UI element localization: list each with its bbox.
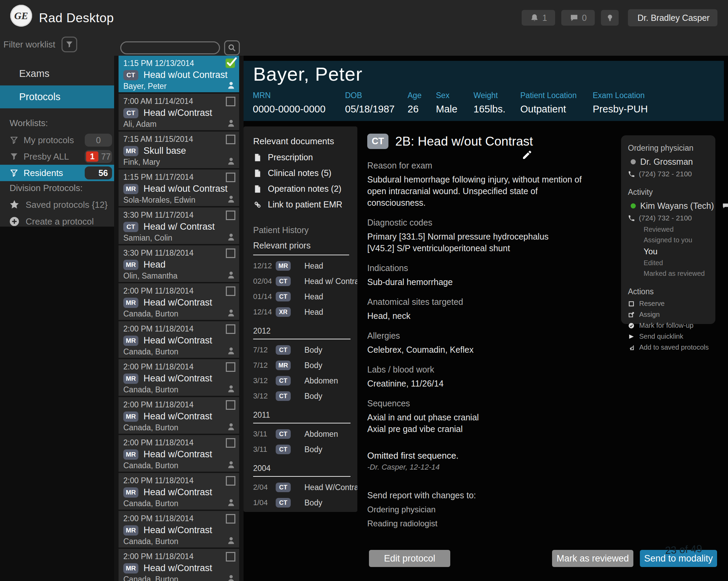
modality-badge: XR — [276, 307, 291, 317]
worklist-filter-presby-all[interactable]: Presby ALL177 — [0, 148, 114, 165]
exam-checkbox[interactable] — [226, 552, 235, 562]
messages-button[interactable]: 0 — [561, 10, 595, 26]
exam-checkbox[interactable] — [226, 514, 235, 524]
edit-pencil-icon[interactable] — [522, 149, 533, 160]
worklist-exam-item[interactable]: 2:00 PM 11/18/2014MRHead w/ContrastCanad… — [119, 473, 239, 510]
action-add-to-saved-protocols[interactable]: Add to saved protocols — [628, 343, 709, 351]
send-report-option-ordering-physician[interactable]: Ordering physician — [367, 505, 621, 514]
worklist-filter-residents[interactable]: Residents56 — [0, 165, 114, 181]
notifications-button[interactable]: 1 — [522, 10, 555, 26]
person-icon — [226, 308, 236, 317]
exam-checkbox[interactable] — [226, 173, 235, 182]
chat-icon[interactable] — [722, 202, 728, 210]
document-link-link-to-patient-emr[interactable]: Link to patient EMR — [253, 200, 357, 210]
exam-checkbox[interactable] — [226, 438, 235, 448]
prior-exam-name: Body — [300, 392, 349, 401]
relevant-priors-list: 12/12MRHead02/04CTHead w/ Contrast01/14C… — [253, 261, 357, 508]
patient-name: Canada, Burton — [123, 461, 235, 470]
activity-event: Edited — [644, 259, 709, 267]
worklists-label: Worklists: — [0, 118, 114, 129]
followup-check-icon — [628, 322, 635, 329]
modality-badge: MR — [123, 184, 138, 194]
action-reserve[interactable]: Reserve — [628, 300, 709, 308]
worklist-exam-item[interactable]: 3:30 PM 11/18/2014MRHeadOlin, Samantha — [119, 245, 239, 282]
worklist-exam-item[interactable]: 3:30 PM 11/17/2014CTHead w/ ContrastSami… — [119, 207, 239, 244]
worklist-exam-item[interactable]: 2:00 PM 11/18/2014MRHead w/ContrastCanad… — [119, 321, 239, 358]
exam-checkbox[interactable] — [226, 135, 235, 144]
prior-exam-row[interactable]: 1/04CTBody — [253, 498, 349, 508]
document-link-clinical-notes-5[interactable]: Clinical notes (5) — [253, 168, 357, 178]
edit-protocol-button[interactable]: Edit protocol — [369, 550, 450, 567]
section-line: Axial in and out phase cranial — [367, 411, 591, 423]
worklist-exam-item[interactable]: 2:00 PM 11/18/2014MRHead w/ContrastCanad… — [119, 359, 239, 396]
exam-checkbox[interactable] — [226, 476, 235, 486]
funnel-outline-icon — [10, 136, 18, 145]
person-icon — [226, 157, 236, 166]
reserve-icon — [628, 300, 635, 307]
prior-exam-row[interactable]: 01/14CTHead — [253, 292, 349, 301]
exam-checkbox[interactable] — [226, 248, 235, 258]
prior-exam-row[interactable]: 12/12MRHead — [253, 261, 349, 271]
send-report-option-reading-radiologist[interactable]: Reading radiologist — [367, 519, 621, 528]
sidebar-item-protocols[interactable]: Protocols — [0, 85, 114, 108]
exam-checkbox[interactable] — [226, 362, 235, 372]
field-value: Presby-PUH — [593, 104, 648, 115]
action-assign[interactable]: Assign — [628, 311, 709, 319]
sidebar-item-create-a-protocol[interactable]: Create a protocol — [0, 216, 114, 227]
sidebar-item-exams[interactable]: Exams — [0, 63, 114, 84]
field-value: Outpatient — [520, 104, 577, 115]
worklist-exam-item[interactable]: 2:00 PM 11/18/2014MRHead w/ContrastCanad… — [119, 511, 239, 548]
worklist-exam-item[interactable]: 7:15 AM 11/15/2014MRSkull baseFink, Mary — [119, 132, 239, 168]
prior-exam-row[interactable]: 02/04CTHead w/ Contrast — [253, 276, 349, 286]
modality-badge: CT — [276, 445, 291, 454]
exam-name: Head w/Contrast — [143, 411, 212, 422]
worklist-filter-my-protocols[interactable]: My protocols0 — [0, 132, 114, 148]
patient-side-panel: Relevant documents PrescriptionClinical … — [244, 126, 357, 512]
document-link-operation-notes-2[interactable]: Operation notes (2) — [253, 184, 357, 194]
worklist-exam-item[interactable]: 2:00 PM 11/18/2014MRHead w/ContrastCanad… — [119, 397, 239, 434]
action-label: Reserve — [639, 300, 664, 308]
action-send-quicklink[interactable]: Send quicklink — [628, 333, 709, 340]
filter-worklist-button[interactable] — [61, 37, 77, 52]
prior-exam-row[interactable]: 7/12MRBody — [253, 361, 349, 370]
person-icon — [226, 460, 236, 469]
prior-exam-row[interactable]: 12/14XRHead — [253, 307, 349, 317]
activity-event: Assigned to you — [644, 236, 709, 244]
exam-checkbox[interactable] — [226, 211, 235, 220]
modality-badge: CT — [123, 222, 138, 232]
prior-exam-row[interactable]: 7/12CTBody — [253, 345, 349, 355]
exam-checkbox[interactable] — [226, 286, 235, 296]
prior-exam-row[interactable]: 3/11CTBody — [253, 445, 349, 454]
exam-checkbox[interactable] — [226, 97, 235, 106]
action-label: Assign — [639, 311, 660, 319]
activity-heading: Activity — [628, 188, 709, 197]
worklist-exam-item[interactable]: 2:00 PM 11/18/2014MRHead w/ContrastCanad… — [119, 283, 239, 320]
worklist-exam-item[interactable]: 2:00 PM 11/18/2014MRHead w/ContrastCanad… — [119, 549, 239, 581]
tips-button[interactable] — [601, 10, 619, 26]
exam-name: Head w/Contrast — [143, 297, 212, 308]
sidebar-item-saved-protocols-12[interactable]: Saved protocols {12} — [0, 199, 114, 210]
search-input[interactable] — [120, 41, 220, 54]
action-mark-for-follow-up[interactable]: Mark for follow-up — [628, 322, 709, 329]
search-button[interactable] — [224, 40, 240, 55]
prior-exam-row[interactable]: 3/12CTBody — [253, 391, 349, 401]
exam-checkbox[interactable] — [226, 324, 235, 334]
mark-as-reviewed-button[interactable]: Mark as reviewed — [552, 550, 633, 567]
prior-exam-row[interactable]: 3/11CTAbdomen — [253, 429, 349, 439]
prior-date: 3/12 — [253, 392, 276, 401]
worklist-exam-item[interactable]: 1:15 PM 12/13/2014CTHead w/out ContrastB… — [119, 56, 239, 92]
document-link-prescription[interactable]: Prescription — [253, 152, 357, 162]
tech-phone: (724) 732 - 2100 — [639, 214, 692, 222]
prior-date: 3/11 — [253, 445, 276, 454]
worklist-exam-item[interactable]: 2:00 PM 11/18/2014MRHead w/ContrastCanad… — [119, 435, 239, 472]
prior-exam-row[interactable]: 3/12CTAbdomen — [253, 376, 349, 386]
prior-exam-row[interactable]: 2/04CTHead W/Contrast — [253, 483, 349, 492]
user-menu-button[interactable]: Dr. Bradley Casper — [628, 9, 717, 26]
modality-badge: MR — [123, 411, 138, 422]
user-name: Dr. Bradley Casper — [637, 13, 710, 23]
worklist-exam-item[interactable]: 1:15 PM 11/17/2014MRHead w/out ContrastS… — [119, 170, 239, 206]
modality-badge: MR — [276, 261, 291, 271]
worklist-exam-item[interactable]: 7:00 AM 11/14/2014CTHead w/ContrastAli, … — [119, 94, 239, 130]
exam-checked-icon[interactable] — [225, 57, 237, 68]
exam-checkbox[interactable] — [226, 400, 235, 410]
